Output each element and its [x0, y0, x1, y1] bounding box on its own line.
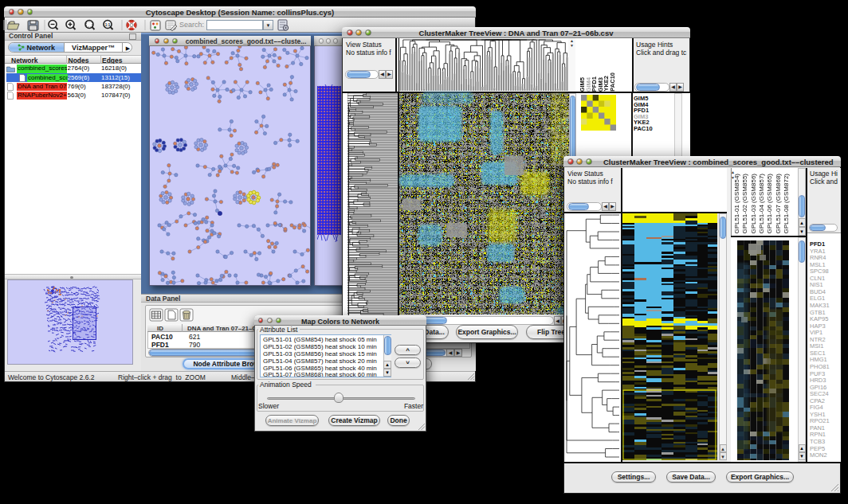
svg-text:1:1: 1:1 [105, 23, 111, 27]
